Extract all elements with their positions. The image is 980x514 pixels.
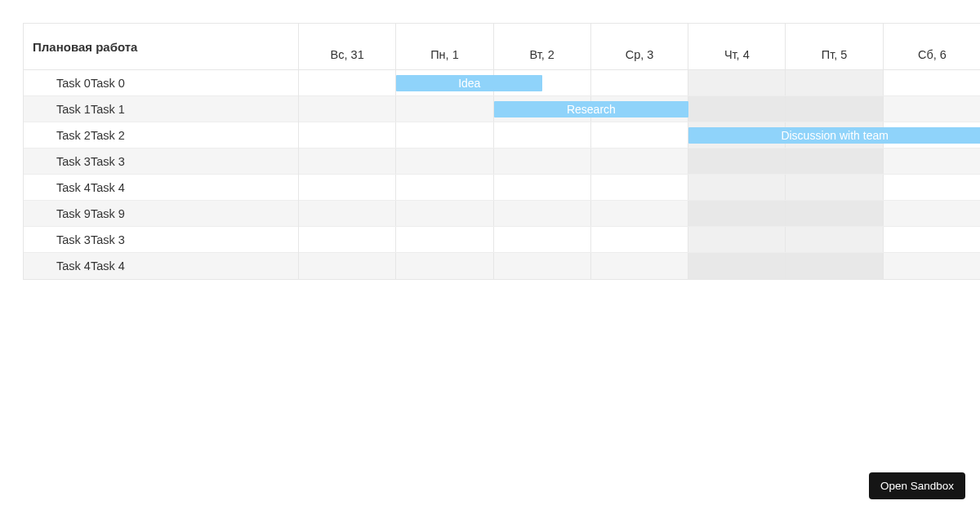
task-row-label[interactable]: Task 2Task 2 — [24, 122, 298, 148]
timeline-cell — [396, 148, 493, 174]
timeline-cell — [884, 148, 980, 174]
task-row-label[interactable]: Task 3Task 3 — [24, 227, 298, 253]
timeline-row: Research — [299, 96, 980, 122]
timeline-cell — [494, 201, 591, 226]
timeline-cell — [494, 122, 591, 148]
day-column-header: Вс, 31 — [299, 24, 396, 69]
day-column-header: Пт, 5 — [786, 24, 883, 69]
timeline-cell — [688, 175, 786, 200]
timeline-cell — [299, 253, 396, 279]
timeline-cell — [299, 148, 396, 174]
timeline-cell — [688, 148, 786, 174]
timeline-cell — [786, 96, 883, 122]
timeline-cell — [494, 253, 591, 279]
timeline-cell — [396, 122, 493, 148]
timeline-cell — [299, 70, 396, 95]
timeline-cell — [494, 148, 591, 174]
timeline-cell — [299, 96, 396, 122]
timeline-row — [299, 201, 980, 227]
timeline-cell — [299, 122, 396, 148]
task-row-label[interactable]: Task 4Task 4 — [24, 253, 298, 279]
timeline-row — [299, 175, 980, 201]
timeline-cell — [688, 253, 786, 279]
timeline-cell — [786, 201, 883, 226]
timeline-cell — [786, 227, 883, 252]
task-list: Task 0Task 0Task 1Task 1Task 2Task 2Task… — [24, 70, 298, 279]
timeline-row: Discussion with team — [299, 122, 980, 148]
timeline-cell — [786, 70, 883, 95]
timeline-cell — [884, 227, 980, 252]
timeline: Вс, 31Пн, 1Вт, 2Ср, 3Чт, 4Пт, 5Сб, 6 Ide… — [299, 24, 980, 279]
timeline-cell — [884, 175, 980, 200]
task-row-label[interactable]: Task 4Task 4 — [24, 175, 298, 201]
timeline-row — [299, 148, 980, 175]
day-column-header: Сб, 6 — [884, 24, 980, 69]
timeline-cell — [591, 70, 688, 95]
day-column-header: Пн, 1 — [396, 24, 493, 69]
task-row-label[interactable]: Task 0Task 0 — [24, 70, 298, 96]
gantt-bar[interactable]: Discussion with team — [688, 127, 980, 144]
timeline-cell — [494, 227, 591, 252]
timeline-cell — [688, 227, 786, 252]
day-column-header: Чт, 4 — [688, 24, 786, 69]
task-row-label[interactable]: Task 9Task 9 — [24, 201, 298, 227]
day-column-header: Вт, 2 — [494, 24, 591, 69]
timeline-cell — [591, 227, 688, 252]
timeline-cell — [396, 175, 493, 200]
timeline-header: Вс, 31Пн, 1Вт, 2Ср, 3Чт, 4Пт, 5Сб, 6 — [299, 24, 980, 70]
timeline-cell — [494, 175, 591, 200]
timeline-row — [299, 253, 980, 279]
sidebar-title: Плановая работа — [24, 24, 298, 70]
timeline-cell — [884, 70, 980, 95]
timeline-cell — [884, 96, 980, 122]
gantt-bar[interactable]: Idea — [396, 75, 542, 91]
task-row-label[interactable]: Task 3Task 3 — [24, 148, 298, 175]
open-sandbox-button[interactable]: Open Sandbox — [869, 472, 965, 499]
timeline-cell — [688, 70, 786, 95]
timeline-cell — [591, 148, 688, 174]
timeline-cell — [299, 175, 396, 200]
day-column-header: Ср, 3 — [591, 24, 688, 69]
timeline-row: Idea — [299, 70, 980, 96]
timeline-cell — [396, 201, 493, 226]
timeline-cell — [786, 175, 883, 200]
timeline-cell — [396, 96, 493, 122]
timeline-cell — [688, 201, 786, 226]
timeline-cell — [591, 122, 688, 148]
timeline-cell — [591, 201, 688, 226]
timeline-cell — [299, 201, 396, 226]
timeline-body: IdeaResearchDiscussion with team — [299, 70, 980, 279]
timeline-cell — [299, 227, 396, 252]
timeline-cell — [786, 148, 883, 174]
task-sidebar: Плановая работа Task 0Task 0Task 1Task 1… — [24, 24, 299, 279]
timeline-cell — [396, 227, 493, 252]
timeline-cell — [591, 175, 688, 200]
timeline-cell — [884, 201, 980, 226]
task-row-label[interactable]: Task 1Task 1 — [24, 96, 298, 122]
gantt-container: Плановая работа Task 0Task 0Task 1Task 1… — [23, 23, 980, 280]
timeline-row — [299, 227, 980, 253]
timeline-cell — [591, 253, 688, 279]
timeline-cell — [786, 253, 883, 279]
timeline-cell — [396, 253, 493, 279]
timeline-cell — [688, 96, 786, 122]
gantt-bar[interactable]: Research — [494, 101, 689, 117]
timeline-cell — [884, 253, 980, 279]
